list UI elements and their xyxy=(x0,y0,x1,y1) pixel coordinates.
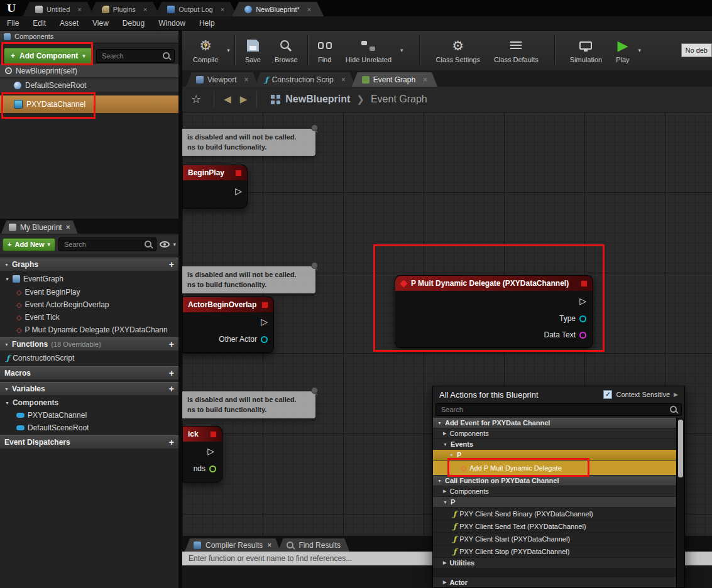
exec-pin-icon[interactable]: ▷ xyxy=(579,297,586,305)
expand-arrow-icon[interactable]: ▶ xyxy=(674,391,678,398)
tab-my-blueprint[interactable]: My Blueprint × xyxy=(1,220,78,234)
class-defaults-button[interactable]: Class Defaults xyxy=(487,30,545,70)
action-pxy-client-send-binary[interactable]: ƒ PXY Client Send Binary (PXYDataChannel… xyxy=(433,508,677,520)
category-events[interactable]: ▼ Events xyxy=(433,439,677,450)
exec-pin-icon[interactable]: ▷ xyxy=(261,317,268,326)
disabled-node-warning[interactable]: is disabled and will not be called. ns t… xyxy=(182,266,315,293)
tree-item-event-begin-play[interactable]: ◇ Event BeginPlay xyxy=(0,286,178,298)
exec-pin-icon[interactable]: ▷ xyxy=(207,447,214,455)
close-icon[interactable]: × xyxy=(244,75,248,84)
back-arrow-icon[interactable]: ◀ xyxy=(219,94,236,105)
close-icon[interactable]: × xyxy=(221,6,224,13)
disabled-node-warning[interactable]: is disabled and will not be called. ns t… xyxy=(182,129,315,156)
menu-file[interactable]: File xyxy=(0,19,26,28)
category-call-function[interactable]: ▼ Call Function on PXYData Channel xyxy=(433,476,677,486)
forward-arrow-icon[interactable]: ▶ xyxy=(236,94,252,105)
tab-components-panel[interactable]: Components xyxy=(0,30,178,43)
close-icon[interactable]: × xyxy=(143,6,147,13)
breadcrumb-current[interactable]: Event Graph xyxy=(371,94,427,105)
macros-section-header[interactable]: Macros + xyxy=(0,366,178,379)
tab-find-results[interactable]: Find Results xyxy=(278,538,349,552)
tab-viewport[interactable]: Viewport × xyxy=(186,72,259,87)
type-pin[interactable] xyxy=(579,315,586,322)
action-add-p-muit-dynamic-delegate[interactable]: ◇ Add P Muit Dynamic Delegate xyxy=(433,460,677,476)
action-pxy-client-stop[interactable]: ƒ PXY Client Stop (PXYDataChannel) xyxy=(433,545,677,558)
components-search-input[interactable] xyxy=(101,52,160,60)
data-text-pin[interactable] xyxy=(579,332,586,339)
tab-event-graph[interactable]: Event Graph × xyxy=(352,72,437,87)
class-settings-button[interactable]: ⚙ Class Settings xyxy=(429,30,487,70)
component-item-self[interactable]: NewBlueprint(self) xyxy=(0,64,178,77)
add-function-button[interactable]: + xyxy=(169,339,174,349)
my-blueprint-search-input[interactable] xyxy=(63,240,142,249)
delta-seconds-pin[interactable] xyxy=(209,466,216,472)
add-new-button[interactable]: + Add New ▾ xyxy=(3,238,55,251)
play-button[interactable]: ▶ Play xyxy=(609,30,636,70)
actions-search-input[interactable] xyxy=(440,405,667,414)
variables-section-header[interactable]: ▼ Variables + xyxy=(0,382,178,395)
add-event-dispatcher-button[interactable]: + xyxy=(169,437,174,447)
tree-group-components[interactable]: ▼ Components xyxy=(0,396,178,409)
action-pxy-client-start[interactable]: ƒ PXY Client Start (PXYDataChannel) xyxy=(433,533,677,545)
tree-item-variable-default-scene-root[interactable]: DefaultSceneRoot xyxy=(0,422,178,434)
actor-begin-overlap-node[interactable]: ActorBeginOverlap ▷ Other Actor xyxy=(182,297,274,353)
category-add-event[interactable]: ▼ Add Event for PXYData Channel xyxy=(433,418,677,428)
tree-item-variable-pxy-data-channel[interactable]: PXYDataChannel xyxy=(0,409,178,422)
simulation-button[interactable]: Simulation xyxy=(563,30,609,70)
component-item-scene-root[interactable]: DefaultSceneRoot xyxy=(0,79,178,92)
scrollbar-thumb[interactable] xyxy=(678,420,683,477)
hide-unrelated-caret[interactable]: ▾ xyxy=(398,47,405,53)
actions-scrollbar[interactable] xyxy=(676,418,684,587)
window-tab-untitled[interactable]: Untitled × xyxy=(23,2,94,16)
disabled-node-warning[interactable]: is disabled and will not be called. ns t… xyxy=(182,391,315,418)
tree-item-p-muit-dynamic-delegate[interactable]: ◇ P Muit Dynamic Delegate (PXYDataChann xyxy=(0,324,178,336)
menu-asset[interactable]: Asset xyxy=(53,19,85,28)
breadcrumb-root[interactable]: NewBlueprint xyxy=(285,94,350,105)
delegate-event-node[interactable]: P Muit Dynamic Delegate (PXYDataChannel)… xyxy=(395,275,593,348)
browse-button[interactable]: Browse xyxy=(268,30,305,70)
event-dispatchers-section-header[interactable]: Event Dispatchers + xyxy=(0,435,178,449)
menu-debug[interactable]: Debug xyxy=(116,19,151,28)
category-p-events[interactable]: ▼ P xyxy=(433,450,677,460)
action-pxy-client-send-text[interactable]: ƒ PXY Client Send Text (PXYDataChannel) xyxy=(433,520,677,533)
window-tab-new-blueprint[interactable]: NewBlueprint* × xyxy=(232,2,324,16)
debug-object-dropdown[interactable]: No deb xyxy=(681,43,712,57)
add-macro-button[interactable]: + xyxy=(169,368,174,378)
graphs-section-header[interactable]: ▼ Graphs + xyxy=(0,258,178,271)
exec-pin-icon[interactable]: ▷ xyxy=(235,187,242,195)
window-tab-plugins[interactable]: Plugins × xyxy=(89,2,160,16)
category-components[interactable]: ▶ Components xyxy=(433,486,677,497)
tab-construction-script[interactable]: ƒ Construction Scrip × xyxy=(255,72,356,87)
event-tick-node[interactable]: ick ▷ nds xyxy=(182,426,222,482)
category-p-functions[interactable]: ▼ P xyxy=(433,497,677,508)
functions-section-header[interactable]: ▼ Functions (18 Overridable) + xyxy=(0,337,178,351)
tab-compiler-results[interactable]: Compiler Results × xyxy=(185,538,280,552)
compile-button[interactable]: ⚙? Compile xyxy=(186,30,225,70)
tree-item-event-actor-begin-overlap[interactable]: ◇ Event ActorBeginOverlap xyxy=(0,298,178,311)
close-icon[interactable]: × xyxy=(423,75,427,84)
menu-edit[interactable]: Edit xyxy=(26,19,53,28)
menu-view[interactable]: View xyxy=(85,19,116,28)
menu-window[interactable]: Window xyxy=(151,19,192,28)
begin-play-node[interactable]: BeginPlay ▷ xyxy=(182,165,248,209)
find-button[interactable]: Find xyxy=(311,30,339,70)
compile-options-caret[interactable]: ▾ xyxy=(225,47,232,53)
save-button[interactable]: Save xyxy=(238,30,268,70)
close-icon[interactable]: × xyxy=(267,541,271,550)
caret-down-icon[interactable]: ▾ xyxy=(173,241,176,248)
close-icon[interactable]: × xyxy=(341,75,346,84)
add-component-button[interactable]: + Add Component ▾ xyxy=(4,48,92,64)
close-icon[interactable]: × xyxy=(66,223,70,232)
category-components[interactable]: ▶ Components xyxy=(433,428,677,439)
add-variable-button[interactable]: + xyxy=(169,384,174,394)
window-tab-output-log[interactable]: Output Log × xyxy=(155,2,237,16)
category-utilities[interactable]: ▶ Utilities xyxy=(433,558,677,569)
tree-item-event-tick[interactable]: ◇ Event Tick xyxy=(0,311,178,324)
close-icon[interactable]: × xyxy=(77,6,81,13)
tree-item-event-graph[interactable]: ▼ EventGraph xyxy=(0,273,178,285)
context-sensitive-checkbox[interactable]: ✓ xyxy=(603,390,612,399)
add-graph-button[interactable]: + xyxy=(169,259,174,270)
menu-help[interactable]: Help xyxy=(192,19,222,28)
favorite-star-icon[interactable]: ☆ xyxy=(191,92,201,106)
component-item-pxy-data-channel[interactable]: PXYDataChannel xyxy=(0,95,178,113)
